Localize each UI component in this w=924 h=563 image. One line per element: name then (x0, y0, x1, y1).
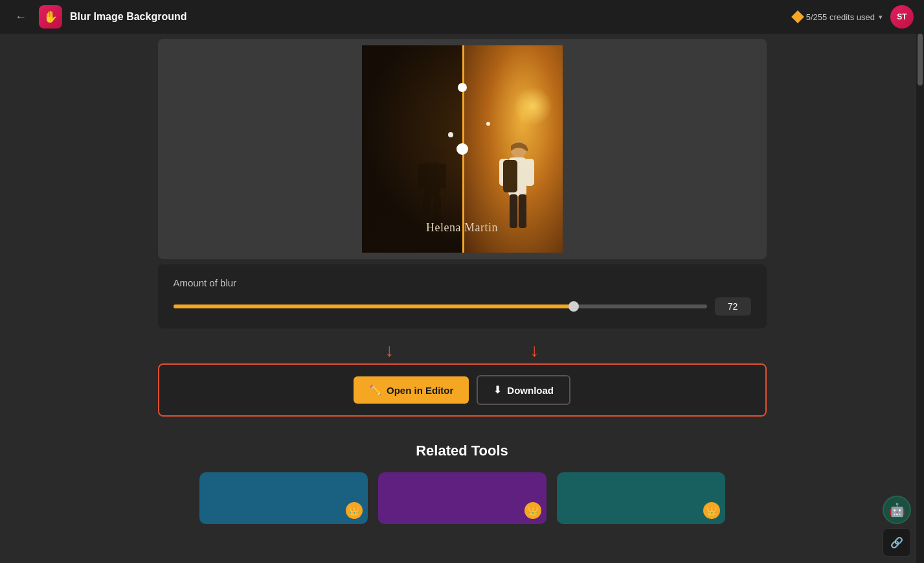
preview-container: Helena Martin (158, 39, 767, 259)
credits-text: 5/255 credits used (806, 12, 875, 22)
blur-slider-row: 72 (174, 297, 751, 316)
comparison-handle-top (458, 83, 467, 92)
svg-rect-3 (438, 164, 446, 189)
crown-icon-2: 👑 (524, 502, 541, 519)
logo-icon: ✋ (43, 10, 58, 24)
crown-icon-1: 👑 (346, 502, 363, 519)
arrow-down-right: ↓ (530, 341, 539, 360)
diamond-icon (791, 10, 804, 23)
scrollbar[interactable] (916, 34, 924, 563)
scrollbar-thumb[interactable] (918, 34, 923, 86)
avatar[interactable]: ST (890, 5, 914, 29)
blur-slider[interactable] (174, 304, 707, 308)
svg-rect-10 (503, 160, 517, 192)
page-title: Blur Image Background (70, 11, 785, 23)
open-in-editor-button[interactable]: ✏️ Open in Editor (354, 376, 469, 404)
comparison-handle[interactable] (456, 143, 468, 155)
slider-value[interactable]: 72 (715, 297, 751, 316)
action-bar: ✏️ Open in Editor ⬇ Download (158, 363, 767, 417)
back-button[interactable]: ← (10, 6, 31, 27)
bot-icon[interactable]: 🤖 (883, 496, 911, 524)
arrow-indicators: ↓ ↓ (385, 339, 539, 362)
slider-fill (174, 304, 574, 308)
svg-rect-2 (418, 164, 425, 189)
download-icon: ⬇ (493, 384, 502, 396)
blur-label: Amount of blur (174, 277, 751, 288)
related-card-3[interactable]: 👑 (557, 472, 725, 524)
arrow-down-left: ↓ (385, 341, 394, 360)
related-card-2[interactable]: 👑 (378, 472, 547, 524)
download-button[interactable]: ⬇ Download (477, 375, 570, 405)
svg-rect-1 (424, 163, 440, 198)
credits-button[interactable]: 5/255 credits used ▾ (793, 12, 883, 22)
related-card-1[interactable]: 👑 (199, 472, 368, 524)
related-tools-title: Related Tools (158, 442, 767, 459)
slider-thumb[interactable] (569, 301, 579, 312)
controls-panel: Amount of blur 72 (158, 264, 767, 328)
image-comparison[interactable]: Helena Martin (362, 45, 563, 253)
app-logo: ✋ (39, 5, 62, 29)
svg-rect-9 (524, 159, 534, 186)
related-tools-section: Related Tools 👑 👑 👑 (158, 442, 767, 524)
header: ← ✋ Blur Image Background 5/255 credits … (0, 0, 924, 34)
svg-point-0 (425, 148, 438, 163)
link-icon[interactable]: 🔗 (883, 528, 911, 557)
related-cards-list: 👑 👑 👑 (158, 472, 767, 524)
crown-icon-3: 👑 (703, 502, 720, 519)
pencil-icon: ✏️ (369, 384, 381, 396)
chevron-down-icon: ▾ (879, 13, 883, 21)
main-content: Helena Martin Amount of blur 72 ↓ ↓ ✏️ O… (0, 34, 924, 550)
